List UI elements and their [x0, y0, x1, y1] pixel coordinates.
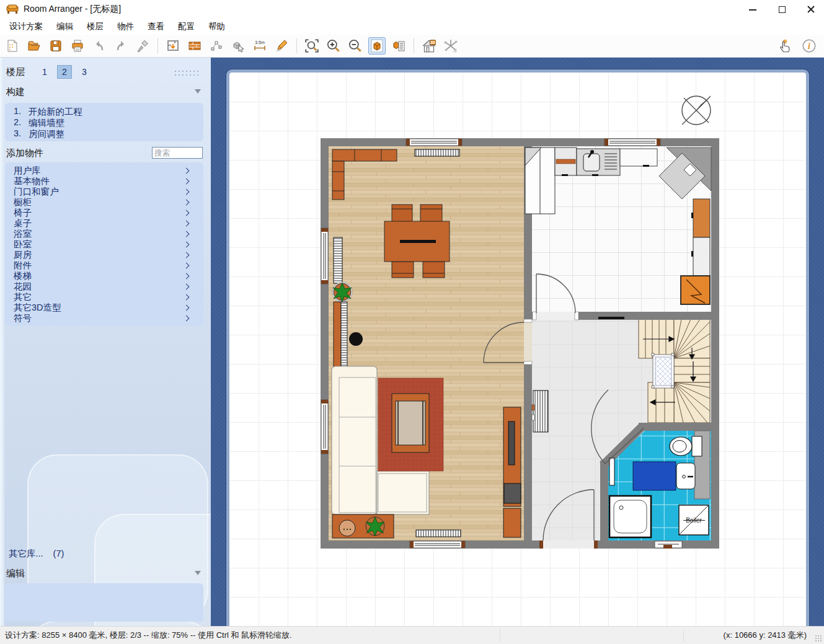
pan-hand-icon[interactable]: [777, 37, 794, 55]
toolbar-separator: [157, 38, 158, 53]
category-item[interactable]: 卧室: [5, 239, 203, 250]
floor-tab-3[interactable]: 3: [77, 65, 92, 79]
kitchen-sink[interactable]: [577, 149, 620, 175]
category-item[interactable]: 门口和窗户: [5, 187, 203, 197]
category-item[interactable]: 椅子: [5, 208, 203, 218]
menu-objects[interactable]: 物件: [110, 19, 141, 34]
undo-icon[interactable]: [91, 37, 108, 55]
toolbar-separator: [296, 38, 297, 53]
drag-grip-icon[interactable]: [174, 69, 201, 76]
chevron-right-icon: [184, 273, 190, 280]
floor-tab-2[interactable]: 2: [57, 65, 72, 79]
toilet[interactable]: [670, 436, 702, 456]
category-item[interactable]: 其它: [5, 292, 203, 302]
app-logo-sofa-icon: [6, 4, 19, 14]
view-3d-icon[interactable]: [368, 37, 386, 55]
coffee-table[interactable]: [392, 394, 429, 452]
build-step-edit-walls[interactable]: 2. 编辑墙壁: [14, 117, 203, 128]
chevron-right-icon: [184, 221, 190, 227]
category-item[interactable]: 其它3D造型: [5, 302, 203, 313]
category-item[interactable]: 附件: [5, 260, 203, 271]
floor-tab-1[interactable]: 1: [37, 65, 52, 79]
boiler[interactable]: Boiler: [679, 505, 709, 535]
insert-object-icon[interactable]: [229, 37, 247, 55]
draw-room-icon[interactable]: [164, 37, 182, 55]
category-item[interactable]: 桌子: [5, 218, 203, 229]
chevron-right-icon: [184, 252, 190, 258]
chevron-right-icon: [184, 284, 190, 290]
build-step-adjust-rooms[interactable]: 3. 房间调整: [14, 128, 203, 139]
floors-row: 楼层 1 2 3: [0, 64, 211, 80]
maximize-icon[interactable]: [777, 5, 786, 14]
measure-icon[interactable]: 3.5m: [251, 37, 268, 55]
draw-pencil-icon[interactable]: [273, 37, 290, 55]
category-item[interactable]: 花园: [5, 281, 203, 292]
chevron-right-icon: [184, 168, 190, 174]
menu-view[interactable]: 查看: [141, 19, 171, 34]
category-item[interactable]: 楼梯: [5, 271, 203, 281]
build-section-header[interactable]: 构建: [0, 84, 211, 100]
category-item[interactable]: 基本物件: [5, 176, 203, 187]
zoom-fit-icon[interactable]: [303, 37, 321, 55]
zoom-out-icon[interactable]: [347, 37, 364, 55]
plant-pot[interactable]: [332, 282, 352, 302]
side-table: [339, 520, 355, 536]
edit-section-header[interactable]: 编辑: [0, 565, 211, 581]
category-item[interactable]: 浴室: [5, 229, 203, 239]
category-item[interactable]: 符号: [5, 313, 203, 324]
print-icon[interactable]: [69, 37, 86, 55]
bathroom-wall: [639, 423, 711, 431]
walkthrough-3d-icon[interactable]: 3D: [420, 37, 438, 55]
menu-settings[interactable]: 配置: [171, 19, 202, 34]
resize-grip-icon[interactable]: [815, 635, 822, 642]
minimize-icon[interactable]: [748, 5, 757, 14]
window-top-kitchen: [605, 139, 660, 146]
bathtub[interactable]: [633, 462, 676, 490]
floor-plan[interactable]: Boiler: [321, 138, 719, 549]
menu-design[interactable]: 设计方案: [2, 19, 50, 34]
cabinet-right-upper: [693, 199, 710, 237]
floors-label: 楼层: [6, 66, 25, 78]
title-bar: Room Arranger - [无标题]: [0, 0, 824, 19]
collapse-triangle-icon[interactable]: [195, 571, 201, 575]
sideboard-bottom[interactable]: [332, 514, 394, 538]
redo-icon[interactable]: [112, 37, 130, 55]
category-item[interactable]: 用户库: [5, 165, 203, 176]
window-left-lower: [321, 400, 328, 454]
compass-icon[interactable]: [680, 94, 712, 126]
more-libraries-link[interactable]: 其它库...(7): [9, 548, 64, 560]
shower-tray[interactable]: [609, 496, 651, 537]
add-objects-title: 添加物件: [6, 148, 43, 159]
category-item[interactable]: 厨房: [5, 250, 203, 260]
collapse-triangle-icon[interactable]: [195, 89, 201, 94]
chevron-right-icon: [184, 200, 190, 206]
open-file-icon[interactable]: [25, 37, 43, 55]
sidebar-edge: [0, 58, 4, 626]
svg-text:i: i: [808, 41, 810, 51]
tv-cabinet[interactable]: [503, 407, 521, 537]
search-input[interactable]: [152, 147, 203, 159]
menu-edit[interactable]: 编辑: [50, 19, 80, 34]
explode-view-icon[interactable]: [442, 37, 459, 55]
build-title: 构建: [6, 86, 25, 98]
save-icon[interactable]: [47, 37, 64, 55]
build-step-new-project[interactable]: 1. 开始新的工程: [14, 106, 203, 117]
drawing-canvas[interactable]: Boiler: [211, 58, 824, 626]
category-item[interactable]: 橱柜: [5, 197, 203, 208]
orange-appliance[interactable]: [681, 276, 710, 304]
status-divider: [500, 629, 500, 642]
zoom-in-icon[interactable]: [325, 37, 342, 55]
hallway-radiator[interactable]: [532, 390, 548, 432]
piano[interactable]: [334, 302, 347, 368]
format-brush-icon[interactable]: [134, 37, 151, 55]
object-list-3d-icon[interactable]: [390, 37, 407, 55]
close-icon[interactable]: [807, 5, 815, 14]
draw-wall-icon[interactable]: [186, 37, 203, 55]
info-icon[interactable]: i: [800, 37, 818, 55]
new-document-icon[interactable]: [4, 37, 21, 55]
menu-help[interactable]: 帮助: [202, 19, 232, 34]
menu-floors[interactable]: 楼层: [80, 19, 110, 34]
edit-points-icon[interactable]: [208, 37, 225, 55]
piano-stool[interactable]: [349, 332, 363, 346]
bathroom-sink[interactable]: [676, 463, 695, 489]
